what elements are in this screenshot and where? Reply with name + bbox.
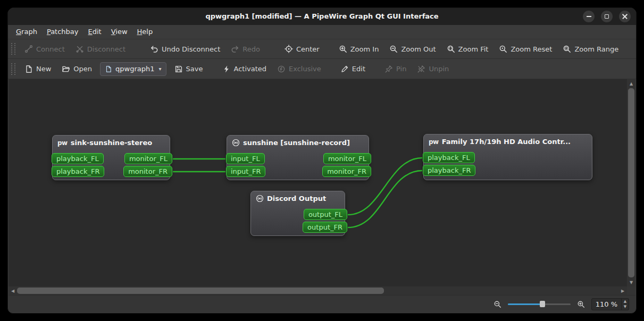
node-header[interactable]: Discord Output xyxy=(251,191,345,206)
maximize-icon xyxy=(605,14,609,19)
port-playback-fr[interactable]: playback_FR xyxy=(423,165,475,176)
port-playback-fl[interactable]: playback_FL xyxy=(423,152,475,163)
new-button[interactable]: New xyxy=(20,62,56,77)
record-icon xyxy=(232,139,240,147)
node-header[interactable]: sunshine [sunshine-record] xyxy=(227,136,369,150)
port-playback-fr[interactable]: playback_FR xyxy=(52,166,104,177)
zoom-in-button[interactable]: Zoom In xyxy=(334,41,384,56)
center-button[interactable]: Center xyxy=(280,41,324,56)
zoom-range-icon xyxy=(563,45,571,53)
graph-canvas[interactable]: pw sink-sunshine-stereo playback_FL play… xyxy=(9,79,627,286)
zoom-range-button[interactable]: Zoom Range xyxy=(558,41,623,56)
maximize-button[interactable] xyxy=(601,11,613,22)
redo-label: Redo xyxy=(242,45,260,53)
connect-icon xyxy=(24,45,33,53)
menu-view[interactable]: View xyxy=(106,25,132,39)
port-input-fl[interactable]: input_FL xyxy=(226,153,265,164)
port-monitor-fr[interactable]: monitor_FR xyxy=(322,166,371,177)
zoom-out-label: Zoom Out xyxy=(401,45,436,53)
spinbox-arrows: ▲ ▼ xyxy=(621,299,629,310)
redo-button: Redo xyxy=(226,41,265,56)
minimize-button[interactable] xyxy=(583,11,595,22)
zoom-fit-button[interactable]: Zoom Fit xyxy=(442,41,494,56)
unpin-label: Unpin xyxy=(429,65,449,73)
pin-button: Pin xyxy=(380,62,411,77)
scrollbar-corner xyxy=(627,286,635,295)
port-monitor-fr[interactable]: monitor_FR xyxy=(123,166,172,177)
port-input-fr[interactable]: input_FR xyxy=(226,166,265,177)
port-monitor-fl[interactable]: monitor_FL xyxy=(124,153,172,164)
window-controls xyxy=(583,11,631,22)
scroll-left-icon[interactable]: ◀ xyxy=(9,286,17,295)
menu-patchbay[interactable]: Patchbay xyxy=(42,25,83,39)
activated-toggle[interactable]: Activated xyxy=(218,62,272,77)
scroll-up-icon[interactable]: ▲ xyxy=(627,79,635,88)
connect-button: Connect xyxy=(20,41,70,56)
zoom-reset-label: Zoom Reset xyxy=(511,45,552,53)
node-discord-output[interactable]: Discord Output output_FL output_FR xyxy=(250,191,345,236)
horizontal-scroll-track[interactable] xyxy=(17,286,618,295)
connections-layer xyxy=(9,79,627,286)
zoom-in-icon xyxy=(339,45,347,53)
patchbay-file-icon xyxy=(105,65,112,73)
node-sink-sunshine-stereo[interactable]: pw sink-sunshine-stereo playback_FL play… xyxy=(52,135,170,180)
zoom-out-small-icon[interactable] xyxy=(494,300,501,308)
spin-up-icon[interactable]: ▲ xyxy=(622,299,629,305)
pin-label: Pin xyxy=(396,65,406,73)
zoom-in-small-icon[interactable] xyxy=(577,300,585,308)
menu-graph[interactable]: Graph xyxy=(11,25,42,39)
unpin-icon xyxy=(417,65,425,73)
patchbay-toolbar: New Open qpwgraph1 ▾ Save Activated Excl… xyxy=(8,59,636,79)
port-playback-fl[interactable]: playback_FL xyxy=(52,153,104,164)
zoom-in-label: Zoom In xyxy=(350,45,379,53)
port-output-fr[interactable]: output_FR xyxy=(303,222,347,233)
exclusive-icon xyxy=(277,65,286,73)
zoom-slider-handle[interactable] xyxy=(540,301,545,307)
node-sunshine-record[interactable]: sunshine [sunshine-record] input_FL inpu… xyxy=(227,135,369,180)
node-header[interactable]: pw Family 17h/19h HD Audio Contr... xyxy=(424,134,592,149)
save-button[interactable]: Save xyxy=(170,62,208,77)
window-title: qpwgraph1 [modified] — A PipeWire Graph … xyxy=(8,8,636,25)
zoom-out-button[interactable]: Zoom Out xyxy=(384,41,440,56)
vertical-scroll-track[interactable] xyxy=(627,88,635,278)
vertical-scrollbar[interactable]: ▲ ▼ xyxy=(627,79,635,286)
close-icon xyxy=(622,14,628,19)
toolbar-handle[interactable] xyxy=(11,43,15,55)
menu-edit[interactable]: Edit xyxy=(83,25,106,39)
open-label: Open xyxy=(73,65,92,73)
open-folder-icon xyxy=(62,65,70,73)
vertical-scroll-thumb[interactable] xyxy=(628,88,634,277)
horizontal-scroll-thumb[interactable] xyxy=(17,288,384,294)
pin-icon xyxy=(384,65,393,73)
scroll-down-icon[interactable]: ▼ xyxy=(627,278,635,286)
toolbar-handle[interactable] xyxy=(11,63,15,75)
zoom-spinbox[interactable]: 110 % ▲ ▼ xyxy=(591,298,629,310)
menubar: Graph Patchbay Edit View Help xyxy=(8,25,636,39)
node-header[interactable]: pw sink-sunshine-stereo xyxy=(53,136,170,150)
titlebar[interactable]: qpwgraph1 [modified] — A PipeWire Graph … xyxy=(8,8,636,25)
pencil-icon xyxy=(340,65,349,73)
undo-disconnect-button[interactable]: Undo Disconnect xyxy=(145,41,225,56)
spin-down-icon[interactable]: ▼ xyxy=(622,304,629,310)
port-monitor-fl[interactable]: monitor_FL xyxy=(323,153,371,164)
minimize-icon xyxy=(587,16,591,17)
close-button[interactable] xyxy=(619,11,631,22)
node-family-audio-controller[interactable]: pw Family 17h/19h HD Audio Contr... play… xyxy=(423,134,592,180)
port-output-fl[interactable]: output_FL xyxy=(304,209,347,220)
zoom-reset-button[interactable]: Zoom Reset xyxy=(494,41,557,56)
edit-button[interactable]: Edit xyxy=(336,62,370,77)
exclusive-label: Exclusive xyxy=(289,65,321,73)
save-icon xyxy=(174,65,183,73)
horizontal-scrollbar[interactable]: ◀ ▶ xyxy=(9,286,627,295)
patchbay-file-dropdown[interactable]: qpwgraph1 ▾ xyxy=(100,62,166,76)
scroll-right-icon[interactable]: ▶ xyxy=(618,286,627,295)
menu-help[interactable]: Help xyxy=(132,25,158,39)
pipewire-icon: pw xyxy=(57,139,68,147)
record-icon xyxy=(256,195,264,202)
zoom-slider[interactable] xyxy=(508,299,571,309)
connect-label: Connect xyxy=(36,45,65,53)
node-title: Family 17h/19h HD Audio Contr... xyxy=(442,138,571,146)
center-label: Center xyxy=(296,45,320,53)
disconnect-label: Disconnect xyxy=(87,45,126,53)
open-button[interactable]: Open xyxy=(57,62,97,77)
